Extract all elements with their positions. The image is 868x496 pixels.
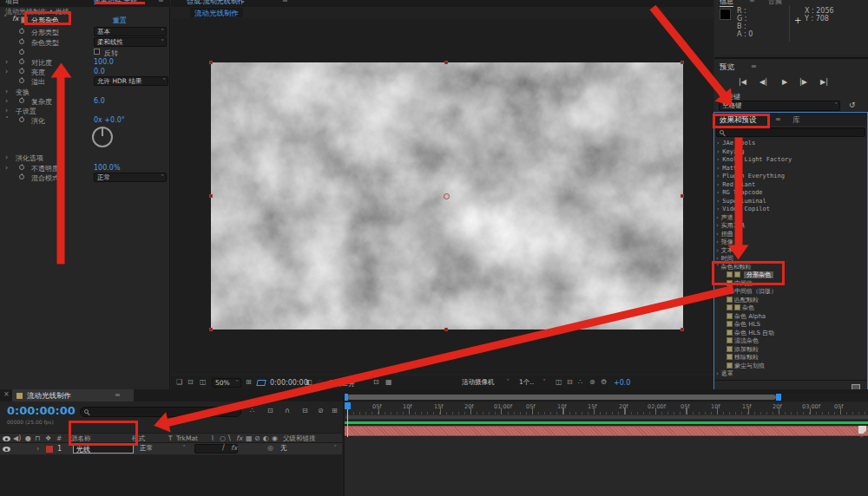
effect-item-row[interactable]: 杂色 HLS [727,321,868,330]
camera-select[interactable]: 活动摄像机˅ [459,378,511,388]
fx-badge-icon[interactable]: fx [12,15,19,23]
expand-icon[interactable] [5,68,8,75]
hide-shy-layers-icon[interactable]: ∩ [285,407,290,415]
layer-handle[interactable] [444,328,448,331]
layer-label-color[interactable] [46,446,53,453]
last-frame-button[interactable]: ▶| [820,78,828,86]
reset-icon[interactable]: ↺ [849,101,856,109]
layer-handle[interactable] [681,194,684,198]
panel-menu-icon[interactable] [749,0,755,4]
expand-icon[interactable] [5,88,8,95]
comp-timecode[interactable]: 0:00:00:00 [270,379,308,387]
stopwatch-icon[interactable] [19,78,24,83]
panel-menu-icon[interactable] [158,0,164,4]
time-ruler[interactable]: 05f 10f 15f 20f 01:00f 05f 10f 15f 20f 0… [345,402,868,414]
view-layout-select[interactable]: 1个..˅ [516,378,548,388]
effects-folder-row[interactable]: 遮罩 [716,370,862,379]
trkmat-column-header[interactable]: TrkMat [176,434,198,442]
invert-checkbox[interactable] [94,49,100,55]
panel-menu-icon[interactable] [751,62,757,70]
mask-visibility-icon[interactable]: ◫ [200,378,207,387]
motion-blur-icon[interactable]: ⊘ [318,407,324,415]
tab-audio[interactable]: 音频 [768,0,782,6]
timeline-tab[interactable]: 流动光线制作 [12,389,134,401]
effect-item-row[interactable]: 中间值（旧版） [727,288,868,297]
tab-library[interactable]: 库 [792,115,800,126]
panel-menu-icon[interactable] [115,391,121,399]
fast-preview-icon[interactable]: ⊡ [373,378,379,387]
work-area-bar[interactable] [345,414,868,420]
brightness-value[interactable]: 0.0 [94,68,105,75]
video-preview-icon[interactable]: ⊡ [187,378,194,387]
anchor-point-icon[interactable] [444,193,450,199]
stopwatch-icon[interactable] [19,165,24,170]
grid-guides-icon[interactable]: ⊞ [246,378,252,387]
timeline-navigator[interactable] [345,394,868,401]
layer-row[interactable]: 1 光线 正常˅ / fx ◎ 无˅ [0,443,342,455]
collapse-icon[interactable] [5,116,9,124]
comp-viewer[interactable] [171,18,713,374]
roi-icon[interactable] [256,380,266,386]
prev-frame-button[interactable]: ◀| [760,78,767,86]
timeline-nav-icon[interactable]: ⊟ [567,378,573,387]
first-frame-button[interactable]: |◀ [739,78,746,86]
expand-icon[interactable] [5,164,8,172]
play-button[interactable]: ▶ [782,78,787,86]
comp-flowchart-icon[interactable]: ∴ [578,378,582,387]
opacity-value[interactable]: 100.0% [94,164,121,172]
effect-item-row[interactable]: 湍流杂色 [727,337,868,346]
effect-item-row[interactable]: 杂色 [727,304,868,313]
playhead-line[interactable] [347,409,348,437]
graph-editor-icon[interactable]: ⊞ [332,407,338,415]
stopwatch-icon[interactable] [19,174,24,179]
layer-expand-icon[interactable] [36,445,39,454]
blend-mode-select[interactable]: 正常˅ [94,173,167,182]
evolution-value[interactable]: 0x +0.0° [94,116,125,124]
stopwatch-icon[interactable] [19,49,24,55]
close-tab-icon[interactable]: × [3,390,10,398]
layer-duration-bar[interactable] [345,426,868,436]
layer-handle[interactable] [681,61,684,64]
effect-item-row[interactable]: 蒙尘与划痕 [727,362,868,371]
layer-fx-icon[interactable]: fx [231,444,238,453]
effect-item-row[interactable]: 移除颗粒 [727,354,868,362]
navigator-start-handle[interactable] [345,394,348,401]
overflow-select[interactable]: 允许 HDR 结果˅ [94,76,168,86]
stopwatch-icon[interactable] [19,69,24,74]
effect-item-row[interactable]: 杂色 Alpha [727,313,868,322]
pixel-aspect-icon[interactable]: ◫ [556,378,562,387]
next-frame-button[interactable]: |▶ [799,78,807,86]
zoom-select[interactable]: 50%˅ [212,378,241,388]
contrast-value[interactable]: 100.0 [94,58,114,66]
effects-search-input[interactable] [716,127,865,137]
evolution-dial[interactable] [92,127,113,147]
layer-handle[interactable] [444,61,448,64]
fractal-type-select[interactable]: 基本˅ [94,27,167,36]
navigator-end-handle[interactable] [776,394,781,401]
comp-nav-crumb[interactable]: 流动光线制作 [190,8,243,17]
noise-type-select[interactable]: 柔和线性˅ [94,37,167,47]
tab-project[interactable]: 项目 [5,0,19,6]
stopwatch-icon[interactable] [19,59,24,64]
effect-item-row[interactable]: 匹配颗粒 [727,297,868,305]
layer-quality-icon[interactable]: / [222,444,225,453]
panel-menu-icon[interactable] [282,0,288,4]
expand-icon[interactable] [5,97,8,105]
exposure-adjust-icon[interactable]: ⚙ [601,378,607,387]
parent-column-header[interactable]: 父级和链接 [283,434,316,443]
effect-reset-link[interactable]: 重置 [113,16,127,25]
transparency-grid-icon[interactable]: ▦ [385,378,392,387]
stopwatch-icon[interactable] [19,29,24,34]
current-timecode[interactable]: 0:00:00:00 [7,404,76,417]
stopwatch-icon[interactable] [19,98,24,103]
panel-menu-icon[interactable] [775,115,781,123]
playhead-handle[interactable] [345,402,351,409]
tab-composition[interactable]: 合成:流动光线制作 [187,0,245,6]
property-group-row[interactable]: 变换 [0,87,170,96]
stopwatch-icon[interactable] [19,39,24,44]
expand-icon[interactable] [5,153,8,161]
parent-pickwhip-icon[interactable]: ◎ [267,444,273,453]
layer-mode-select[interactable]: 正常˅ [137,444,187,454]
layer-handle[interactable] [209,194,213,198]
property-group-row[interactable]: 演化选项 [0,153,170,162]
